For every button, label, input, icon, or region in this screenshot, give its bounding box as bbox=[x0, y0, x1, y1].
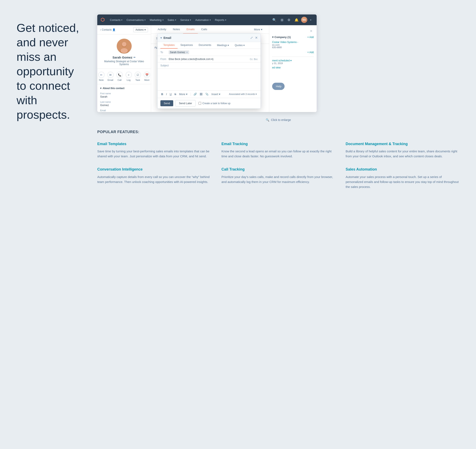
settings-icon[interactable]: ⚙ bbox=[286, 17, 292, 23]
more-formatting-btn[interactable]: More ▾ bbox=[178, 92, 188, 96]
feature-desc-doc-management: Build a library of helpful sales content… bbox=[346, 149, 459, 159]
tab-documents[interactable]: Documents bbox=[196, 42, 214, 49]
modal-controls: ⤢ ✕ bbox=[250, 36, 258, 40]
call-action[interactable]: 📞 Call bbox=[116, 72, 123, 81]
svg-point-4 bbox=[120, 48, 128, 53]
feature-conversation-intelligence: Conversation Intelligence Automatically … bbox=[97, 167, 211, 189]
contact-actions: ✏ Note ✉ Email 📞 Call + bbox=[97, 69, 151, 84]
image-btn[interactable]: 🖼 bbox=[199, 92, 203, 96]
feature-title-email-templates: Email Templates bbox=[97, 142, 211, 146]
bcc-btn[interactable]: Bcc bbox=[254, 58, 258, 60]
from-value: Elise Beck (elise.s.beck@outlook.com ▾) bbox=[169, 58, 250, 61]
actions-button[interactable]: Actions ▾ bbox=[133, 27, 148, 32]
activity-tabs: Activity Notes Emails Calls More ▾ bbox=[151, 25, 269, 34]
view-link[interactable]: ed view bbox=[272, 66, 314, 69]
edit-icon[interactable]: ✏ bbox=[133, 56, 136, 59]
contact-avatar bbox=[117, 39, 132, 54]
modal-expand-btn[interactable]: ⤢ bbox=[250, 36, 253, 40]
nav-marketing[interactable]: Marketing ▾ bbox=[148, 17, 165, 23]
send-later-button[interactable]: Send Later bbox=[175, 100, 195, 107]
grid-icon[interactable]: ⊞ bbox=[279, 17, 285, 23]
company-add-btn[interactable]: + Add bbox=[307, 51, 314, 54]
underline-btn[interactable]: U bbox=[169, 92, 172, 96]
task-action[interactable]: ☑ Task bbox=[135, 72, 141, 81]
feature-title-call-tracking: Call Tracking bbox=[221, 167, 335, 172]
chevron-down-icon: ▾ bbox=[175, 19, 176, 21]
task-icon: ☑ bbox=[135, 72, 141, 78]
features-grid: Email Templates Save time by turning you… bbox=[97, 142, 459, 189]
email-body-editor[interactable] bbox=[161, 71, 258, 88]
user-avatar[interactable]: SG bbox=[301, 17, 307, 23]
cc-btn[interactable]: Cc bbox=[250, 58, 252, 60]
feature-desc-call-tracking: Prioritize your day's sales calls, make … bbox=[221, 174, 335, 184]
panel-divider bbox=[272, 56, 314, 57]
search-icon[interactable]: 🔍 bbox=[271, 17, 278, 23]
attachment-btn[interactable]: 📎 bbox=[205, 92, 209, 96]
chevron-down-icon: ▾ bbox=[225, 19, 226, 21]
tab-calls[interactable]: Calls bbox=[198, 25, 211, 34]
email-body[interactable] bbox=[157, 69, 261, 90]
nav-conversations[interactable]: Conversations ▾ bbox=[124, 17, 148, 23]
company-email: eo.com bbox=[272, 44, 314, 46]
chevron-down-icon: ▾ bbox=[100, 87, 101, 90]
enlarge-hint[interactable]: 🔍 Click to enlarge bbox=[97, 118, 459, 122]
feature-title-conversation-intelligence: Conversation Intelligence bbox=[97, 167, 211, 172]
help-button[interactable]: Help bbox=[272, 83, 285, 90]
remove-to-tag[interactable]: ✕ bbox=[186, 51, 188, 54]
hubspot-logo[interactable]: ⬡ bbox=[101, 17, 104, 22]
bell-icon[interactable]: 🔔 bbox=[293, 17, 300, 23]
nav-user-chevron[interactable]: ▾ bbox=[308, 17, 313, 22]
tab-more[interactable]: More ▾ bbox=[251, 25, 266, 34]
chevron-down-icon: ▾ bbox=[162, 19, 163, 21]
italic-btn[interactable]: I bbox=[165, 92, 168, 96]
company-item: Costar Video Systems - eo.com 635-6800 bbox=[272, 41, 314, 49]
nav-automation[interactable]: Automation ▾ bbox=[193, 17, 213, 23]
chevron-down-icon: ▾ bbox=[121, 19, 122, 21]
company-phone: 635-6800 bbox=[272, 46, 314, 49]
tab-activity[interactable]: Activity bbox=[154, 25, 170, 34]
nav-service[interactable]: Service ▾ bbox=[178, 17, 193, 23]
chevron-down-icon: ▾ bbox=[261, 28, 262, 31]
strikethrough-btn[interactable]: S̶ bbox=[174, 92, 177, 96]
nav-contacts[interactable]: Contacts ▾ bbox=[108, 17, 124, 23]
email-action[interactable]: ✉ Email bbox=[107, 72, 114, 81]
send-button[interactable]: Send bbox=[161, 100, 173, 106]
log-icon: + bbox=[126, 72, 132, 78]
nav-sales[interactable]: Sales ▾ bbox=[166, 17, 178, 23]
log-action[interactable]: + Log bbox=[126, 72, 132, 81]
chevron-down-icon: ▾ bbox=[144, 28, 146, 31]
expand-panel-icon[interactable]: » bbox=[309, 27, 314, 34]
field-email: Email s.gomez@costarvideo.com bbox=[100, 109, 148, 112]
sidebar-header: ‹ Contacts 👤 Actions ▾ bbox=[97, 25, 151, 34]
scheduled-item: ment scheduled ▾ y 31, 2019 bbox=[272, 59, 314, 64]
features-section: POPULAR FEATURES: Email Templates Save t… bbox=[97, 130, 459, 202]
insert-btn[interactable]: Insert ▾ bbox=[211, 92, 221, 96]
modal-close-btn[interactable]: ✕ bbox=[255, 36, 258, 40]
note-action[interactable]: ✏ Note bbox=[98, 72, 104, 81]
link-btn[interactable]: 🔗 bbox=[193, 92, 198, 96]
contact-profile: Sarah Gomez ✏ Marketing Strategist at Co… bbox=[97, 34, 151, 69]
email-modal-title: ▾ Email bbox=[161, 36, 171, 39]
scheduled-title[interactable]: ment scheduled ▾ bbox=[272, 59, 314, 62]
feature-doc-management: Document Management & Tracking Build a l… bbox=[346, 142, 459, 159]
subject-input[interactable] bbox=[169, 64, 258, 67]
chevron-down-icon: ▾ bbox=[161, 36, 162, 39]
tab-quotes[interactable]: Quotes ▾ bbox=[232, 42, 247, 49]
associated-records-btn[interactable]: Associated with 3 records ▾ bbox=[228, 92, 258, 96]
tab-meetings[interactable]: Meetings ▾ bbox=[214, 42, 232, 49]
person-icon: 👤 bbox=[112, 28, 115, 31]
tab-templates[interactable]: Templates bbox=[161, 42, 178, 49]
add-company-btn[interactable]: + Add bbox=[307, 36, 314, 39]
feature-call-tracking: Call Tracking Prioritize your day's sale… bbox=[221, 167, 335, 189]
tab-notes[interactable]: Notes bbox=[170, 25, 183, 34]
back-to-contacts[interactable]: ‹ Contacts 👤 bbox=[100, 28, 115, 31]
task-follow-up-checkbox[interactable] bbox=[198, 102, 201, 105]
contact-title: Marketing Strategist at Costar Video Sys… bbox=[100, 60, 148, 66]
tab-sequences[interactable]: Sequences bbox=[178, 42, 196, 49]
nav-reports[interactable]: Reports ▾ bbox=[213, 17, 228, 23]
cc-bcc-controls: Cc Bcc bbox=[250, 58, 258, 60]
tab-emails[interactable]: Emails bbox=[183, 25, 198, 34]
company-name[interactable]: Costar Video Systems - bbox=[272, 41, 314, 44]
meet-action[interactable]: 📅 Meet bbox=[144, 72, 150, 81]
bold-btn[interactable]: B bbox=[161, 92, 164, 96]
